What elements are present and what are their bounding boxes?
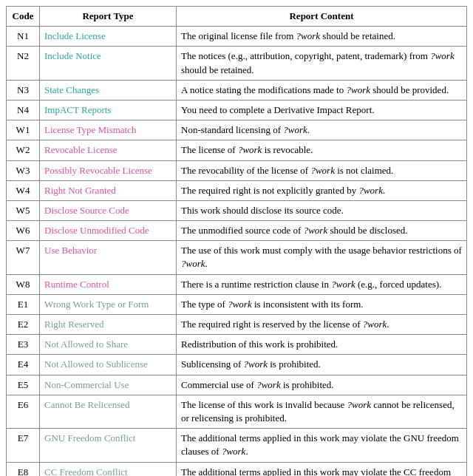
- table-row: E8CC Freedom ConflictThe additional term…: [7, 462, 467, 476]
- cell-code: W3: [7, 160, 40, 180]
- cell-type: Not Allowed to Sublicense: [40, 355, 177, 375]
- cell-content: You need to complete a Derivative Impact…: [177, 100, 467, 120]
- cell-code: E6: [7, 395, 40, 428]
- cell-type: License Type Mismatch: [40, 120, 177, 140]
- cell-type: Non-Commercial Use: [40, 375, 177, 395]
- cell-content: There is a runtime restriction clause in…: [177, 274, 467, 294]
- cell-content: The revocability of the license of ?work…: [177, 160, 467, 180]
- table-row: W6Disclose Unmodified CodeThe unmodified…: [7, 221, 467, 241]
- report-type-link[interactable]: Right Not Granted: [44, 185, 116, 196]
- cell-type: Possibly Revocable License: [40, 160, 177, 180]
- table-row: W4Right Not GrantedThe required right is…: [7, 180, 467, 200]
- table-row: N1Include LicenseThe original license fi…: [7, 27, 467, 47]
- report-type-link[interactable]: Possibly Revocable License: [44, 165, 152, 176]
- cell-content: The additional terms applied in this wor…: [177, 462, 467, 476]
- cell-code: W1: [7, 120, 40, 140]
- cell-content: The use of this work must comply with th…: [177, 241, 467, 274]
- report-type-link[interactable]: Disclose Source Code: [44, 205, 129, 216]
- cell-code: W7: [7, 241, 40, 274]
- cell-type: Use Behavior: [40, 241, 177, 274]
- header-code: Code: [7, 7, 40, 27]
- report-type-link[interactable]: Not Allowed to Sublicense: [44, 358, 148, 370]
- table-row: E2Right ReservedThe required right is re…: [7, 315, 467, 335]
- table-row: E4Not Allowed to SublicenseSublicensing …: [7, 355, 467, 375]
- report-type-link[interactable]: Non-Commercial Use: [44, 379, 129, 390]
- cell-content: Commercial use of ?work is prohibited.: [177, 375, 467, 395]
- report-type-link[interactable]: Runtime Control: [44, 279, 109, 290]
- table-row: W5Disclose Source CodeThis work should d…: [7, 200, 467, 220]
- cell-type: State Changes: [40, 80, 177, 100]
- cell-type: Disclose Source Code: [40, 200, 177, 220]
- report-type-link[interactable]: Not Allowed to Share: [44, 339, 128, 350]
- cell-code: W5: [7, 200, 40, 220]
- cell-type: Not Allowed to Share: [40, 335, 177, 355]
- cell-type: Right Reserved: [40, 315, 177, 335]
- header-content: Report Content: [177, 7, 467, 27]
- cell-content: The required right is not explicitly gra…: [177, 180, 467, 200]
- cell-type: Wrong Work Type or Form: [40, 294, 177, 314]
- report-type-link[interactable]: Include Notice: [44, 50, 101, 61]
- cell-code: E5: [7, 375, 40, 395]
- report-type-link[interactable]: CC Freedom Conflict: [44, 466, 128, 477]
- report-type-link[interactable]: ImpACT Reports: [44, 104, 111, 115]
- report-type-link[interactable]: State Changes: [44, 84, 99, 95]
- table-wrapper: Code Report Type Report Content N1Includ…: [0, 0, 473, 476]
- cell-code: E7: [7, 429, 40, 462]
- cell-content: The license of this work is invalid beca…: [177, 395, 467, 428]
- cell-content: Sublicensing of ?work is prohibited.: [177, 355, 467, 375]
- cell-type: Right Not Granted: [40, 180, 177, 200]
- cell-code: E1: [7, 294, 40, 314]
- cell-content: Redistribution of this work is prohibite…: [177, 335, 467, 355]
- cell-content: The required right is reserved by the li…: [177, 315, 467, 335]
- report-type-link[interactable]: Revocable License: [44, 144, 118, 155]
- cell-code: E3: [7, 335, 40, 355]
- header-type: Report Type: [40, 7, 177, 27]
- report-type-link[interactable]: Include License: [44, 30, 106, 41]
- cell-type: Disclose Unmodified Code: [40, 221, 177, 241]
- report-type-link[interactable]: License Type Mismatch: [44, 124, 136, 135]
- report-type-link[interactable]: Cannot Be Relicensed: [44, 399, 130, 410]
- cell-content: Non-standard licensing of ?work.: [177, 120, 467, 140]
- report-type-link[interactable]: Use Behavior: [44, 245, 97, 256]
- cell-code: W4: [7, 180, 40, 200]
- cell-code: W2: [7, 140, 40, 160]
- cell-code: N3: [7, 80, 40, 100]
- cell-type: Include License: [40, 27, 177, 47]
- report-table: Code Report Type Report Content N1Includ…: [6, 6, 467, 476]
- table-row: N2Include NoticeThe notices (e.g., attri…: [7, 47, 467, 80]
- table-row: W8Runtime ControlThere is a runtime rest…: [7, 274, 467, 294]
- report-type-link[interactable]: Disclose Unmodified Code: [44, 225, 149, 236]
- report-type-link[interactable]: GNU Freedom Conflict: [44, 432, 135, 443]
- cell-content: The type of ?work is inconsistent with i…: [177, 294, 467, 314]
- cell-code: E8: [7, 462, 40, 476]
- cell-type: Runtime Control: [40, 274, 177, 294]
- table-row: E6Cannot Be RelicensedThe license of thi…: [7, 395, 467, 428]
- cell-content: The unmodified source code of ?work shou…: [177, 221, 467, 241]
- cell-code: E2: [7, 315, 40, 335]
- report-type-link[interactable]: Wrong Work Type or Form: [44, 299, 149, 310]
- cell-content: The notices (e.g., attribution, copyrigh…: [177, 47, 467, 80]
- cell-code: E4: [7, 355, 40, 375]
- table-row: E3Not Allowed to ShareRedistribution of …: [7, 335, 467, 355]
- cell-content: The additional terms applied in this wor…: [177, 429, 467, 462]
- table-row: W7Use BehaviorThe use of this work must …: [7, 241, 467, 274]
- cell-content: The license of ?work is revocable.: [177, 140, 467, 160]
- cell-type: Include Notice: [40, 47, 177, 80]
- table-row: E1Wrong Work Type or FormThe type of ?wo…: [7, 294, 467, 314]
- cell-content: The original license file from ?work sho…: [177, 27, 467, 47]
- table-row: N4ImpACT ReportsYou need to complete a D…: [7, 100, 467, 120]
- cell-content: This work should disclose its source cod…: [177, 200, 467, 220]
- table-row: W1License Type MismatchNon-standard lice…: [7, 120, 467, 140]
- cell-type: Revocable License: [40, 140, 177, 160]
- cell-type: ImpACT Reports: [40, 100, 177, 120]
- table-row: W3Possibly Revocable LicenseThe revocabi…: [7, 160, 467, 180]
- cell-code: N4: [7, 100, 40, 120]
- table-row: W2Revocable LicenseThe license of ?work …: [7, 140, 467, 160]
- cell-code: W8: [7, 274, 40, 294]
- cell-type: GNU Freedom Conflict: [40, 429, 177, 462]
- report-type-link[interactable]: Right Reserved: [44, 319, 104, 330]
- cell-type: Cannot Be Relicensed: [40, 395, 177, 428]
- cell-content: A notice stating the modifications made …: [177, 80, 467, 100]
- cell-code: N2: [7, 47, 40, 80]
- table-header-row: Code Report Type Report Content: [7, 7, 467, 27]
